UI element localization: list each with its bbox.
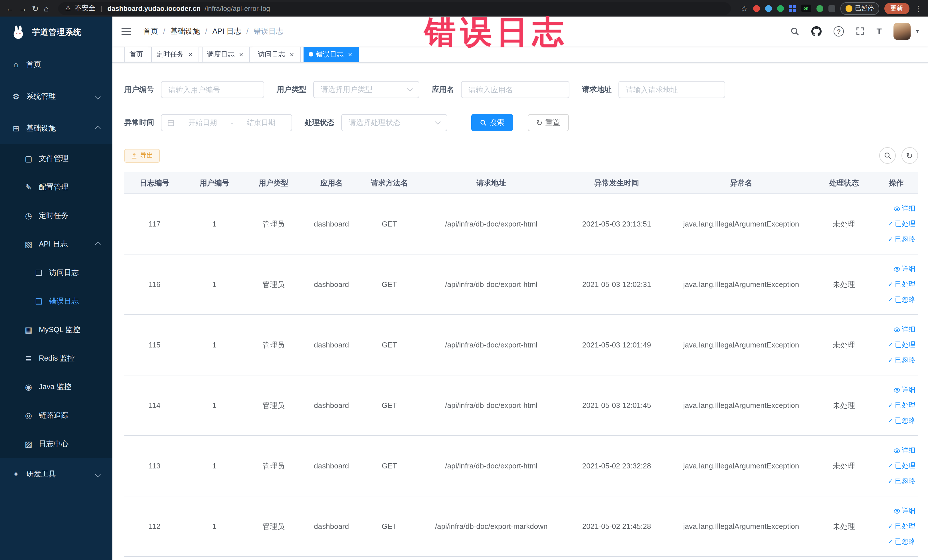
processed-link[interactable]: ✓已处理 [878,216,916,232]
trace-icon: ◎ [24,411,33,420]
extension-icon[interactable] [816,5,823,12]
sidebar-item[interactable]: ≣Redis 监控 [0,344,112,372]
app-name-input[interactable] [461,81,569,98]
close-icon[interactable]: × [237,50,245,58]
processed-link[interactable]: ✓已处理 [878,519,916,534]
extension-icon[interactable] [828,5,835,12]
extension-on-badge-icon[interactable]: on [801,5,811,12]
avatar[interactable] [894,23,911,40]
tab[interactable]: 错误日志× [304,46,359,62]
processed-link[interactable]: ✓已处理 [878,277,916,292]
cell-app: dashboard [303,496,360,557]
extension-icon[interactable] [777,5,784,12]
detail-link[interactable]: 详细 [878,443,916,458]
cell-time: 2021-05-03 23:13:51 [564,194,670,254]
reset-button[interactable]: ↻ 重置 [528,114,569,131]
check-icon: ✓ [888,357,893,363]
sidebar-item[interactable]: ⚙系统管理 [0,81,112,112]
processed-link[interactable]: ✓已处理 [878,458,916,473]
close-icon[interactable]: × [288,50,296,58]
cell-id: 115 [124,315,185,375]
cell-url: /api/infra/db-doc/export-html [419,194,564,254]
breadcrumb-item[interactable]: API 日志 [212,26,241,36]
processed-link[interactable]: ✓已处理 [878,337,916,352]
ignored-link[interactable]: ✓已忽略 [878,232,916,247]
tab-label: 调度日志 [207,49,235,59]
browser-menu-icon[interactable]: ⋮ [914,4,922,12]
sidebar-item[interactable]: ◎链路追踪 [0,401,112,430]
app-logo[interactable]: 芋道管理系统 [0,17,112,49]
bookmark-star-icon[interactable]: ☆ [740,4,748,12]
cell-id: 112 [124,496,185,557]
process-status-select[interactable]: 请选择处理状态 [341,114,447,131]
tab[interactable]: 调度日志× [202,46,250,62]
cell-actions: 详细✓已处理✓已忽略 [875,496,918,557]
address-bar[interactable]: ⚠ 不安全 | dashboard.yudao.iocoder.cn/infra… [58,2,731,15]
ignored-link[interactable]: ✓已忽略 [878,534,916,549]
github-icon[interactable] [812,26,822,36]
ignored-link[interactable]: ✓已忽略 [878,292,916,308]
request-url-input[interactable] [618,81,725,98]
sidebar-item[interactable]: ⌂首页 [0,49,112,81]
task-icon: ◷ [24,211,33,220]
help-icon[interactable]: ? [834,26,844,36]
search-icon[interactable] [791,26,800,36]
sidebar-item[interactable]: ❏错误日志 [0,287,112,316]
tab[interactable]: 访问日志× [253,46,301,62]
refresh-table-button[interactable]: ↻ [901,147,918,164]
back-icon[interactable]: ← [6,4,14,12]
ignored-link[interactable]: ✓已忽略 [878,473,916,489]
tab[interactable]: 定时任务× [151,46,199,62]
home-icon: ⌂ [11,60,21,69]
sidebar-item[interactable]: ▢文件管理 [0,144,112,173]
cell-time: 2021-05-02 23:32:28 [564,436,670,496]
user-id-input[interactable] [161,81,264,98]
rabbit-logo-icon [10,24,26,41]
extension-icon[interactable] [765,5,772,12]
detail-link[interactable]: 详细 [878,261,916,277]
detail-link[interactable]: 详细 [878,322,916,337]
processed-link[interactable]: ✓已处理 [878,398,916,413]
reload-icon[interactable]: ↻ [32,4,38,12]
user-type-select[interactable]: 请选择用户类型 [313,81,419,98]
breadcrumb-item[interactable]: 首页 [143,26,158,36]
search-icon [480,119,487,126]
logo-title: 芋道管理系统 [32,27,82,38]
extension-grid-icon[interactable] [789,5,796,12]
browser-home-icon[interactable]: ⌂ [44,4,49,12]
font-size-icon[interactable]: T [877,26,882,36]
search-button[interactable]: 搜索 [471,114,513,131]
sidebar-item[interactable]: ▨日志中心 [0,430,112,458]
export-button[interactable]: 导出 [124,149,160,162]
sidebar-item[interactable]: ⊞基础设施 [0,112,112,144]
breadcrumb-item[interactable]: 基础设施 [170,26,200,36]
ignored-link[interactable]: ✓已忽略 [878,352,916,368]
detail-link[interactable]: 详细 [878,201,916,216]
forward-icon[interactable]: → [19,4,27,12]
extension-icon[interactable] [753,5,760,12]
fullscreen-icon[interactable] [856,27,865,35]
sidebar-item[interactable]: ▦MySQL 监控 [0,316,112,344]
sidebar-item[interactable]: ✎配置管理 [0,173,112,201]
sidebar-item[interactable]: ▧API 日志 [0,230,112,258]
cell-actions: 详细✓已处理✓已忽略 [875,254,918,315]
close-icon[interactable]: × [186,50,194,58]
search-toggle-button[interactable] [879,147,896,164]
hamburger-icon[interactable] [122,27,132,35]
check-icon: ✓ [888,478,893,484]
column-header: 操作 [875,172,918,194]
ignored-link[interactable]: ✓已忽略 [878,413,916,429]
tab-label: 首页 [130,49,143,59]
sidebar-item[interactable]: ◷定时任务 [0,201,112,230]
avatar-caret-icon[interactable]: ▾ [916,28,919,34]
sidebar-item[interactable]: ◉Java 监控 [0,372,112,401]
detail-link[interactable]: 详细 [878,503,916,519]
sidebar-item[interactable]: ✦研发工具 [0,458,112,490]
paused-badge[interactable]: 已暂停 [840,2,879,15]
detail-link[interactable]: 详细 [878,382,916,398]
sidebar-item[interactable]: ❏访问日志 [0,258,112,287]
close-icon[interactable]: × [346,50,354,58]
exception-time-range-picker[interactable]: 开始日期 - 结束日期 [161,114,292,131]
update-button[interactable]: 更新 [884,3,909,14]
tab[interactable]: 首页 [124,46,148,62]
